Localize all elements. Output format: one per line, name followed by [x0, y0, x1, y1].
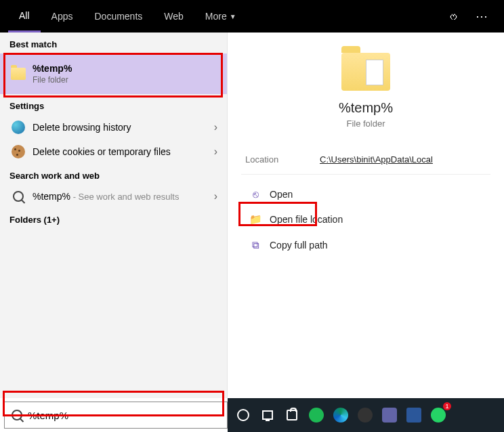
location-row: Location C:\Users\binit\AppData\Local: [241, 145, 490, 175]
open-icon: ⎋: [248, 188, 263, 200]
whatsapp-icon[interactable]: 1: [428, 405, 448, 425]
more-options-icon[interactable]: ⋯: [467, 9, 496, 24]
section-best-match: Best match: [0, 33, 227, 53]
tab-documents[interactable]: Documents: [83, 0, 153, 33]
notification-badge: 1: [443, 402, 451, 410]
preview-subtitle: File folder: [241, 118, 490, 129]
preview-panel: %temp% File folder Location C:\Users\bin…: [228, 33, 504, 398]
web-search-result[interactable]: %temp% - See work and web results ›: [0, 185, 227, 208]
globe-icon: [12, 121, 25, 134]
spotify-icon[interactable]: [306, 405, 327, 425]
copy-icon: ⧉: [248, 239, 263, 251]
preview-title: %temp%: [241, 100, 490, 116]
chevron-right-icon: ›: [214, 121, 217, 133]
teams-icon[interactable]: [379, 405, 400, 425]
bottom-bar: 1: [0, 398, 504, 432]
settings-item-label: Delete browsing history: [33, 122, 214, 133]
chevron-right-icon: ›: [214, 190, 217, 202]
action-copy-path[interactable]: ⧉ Copy full path: [241, 232, 490, 258]
action-open[interactable]: ⎋ Open: [241, 181, 490, 207]
folder-icon: [11, 68, 26, 80]
chevron-right-icon: ›: [214, 146, 217, 158]
task-view-icon[interactable]: [257, 405, 278, 425]
best-match-title: %temp%: [33, 63, 217, 74]
action-open-location[interactable]: 📁 Open file location: [241, 207, 490, 232]
search-filter-tabs: All Apps Documents Web More▼ ᰔ ⋯: [0, 0, 504, 33]
search-box[interactable]: [4, 402, 228, 429]
settings-delete-history[interactable]: Delete browsing history ›: [0, 115, 227, 139]
tab-more[interactable]: More▼: [194, 0, 247, 33]
tab-all[interactable]: All: [8, 0, 41, 33]
results-panel: Best match %temp% File folder Settings D…: [0, 33, 228, 398]
best-match-subtitle: File folder: [33, 75, 217, 85]
store-icon[interactable]: [282, 405, 302, 425]
tab-apps[interactable]: Apps: [41, 0, 84, 33]
settings-item-label: Delete cookies or temporary files: [33, 146, 214, 157]
cortana-icon[interactable]: [233, 405, 253, 425]
search-input[interactable]: [28, 410, 220, 421]
search-icon: [13, 191, 24, 202]
location-label: Location: [245, 154, 320, 165]
tab-web[interactable]: Web: [153, 0, 194, 33]
edge-icon[interactable]: [331, 405, 351, 425]
feedback-icon[interactable]: ᰔ: [439, 9, 467, 24]
search-icon: [12, 410, 22, 420]
location-value[interactable]: C:\Users\binit\AppData\Local: [320, 154, 433, 165]
settings-delete-cookies[interactable]: Delete cookies or temporary files ›: [0, 139, 227, 164]
chevron-down-icon: ▼: [230, 13, 236, 20]
section-folders[interactable]: Folders (1+): [0, 208, 227, 232]
cookie-icon: [12, 145, 25, 158]
best-match-result[interactable]: %temp% File folder: [0, 53, 227, 94]
section-settings: Settings: [0, 94, 227, 115]
folder-open-icon: 📁: [248, 213, 263, 225]
paint-icon[interactable]: [355, 405, 375, 425]
folder-large-icon: [341, 53, 390, 91]
word-icon[interactable]: [404, 405, 424, 425]
section-search-web: Search work and web: [0, 164, 227, 185]
taskbar: 1: [228, 398, 504, 432]
